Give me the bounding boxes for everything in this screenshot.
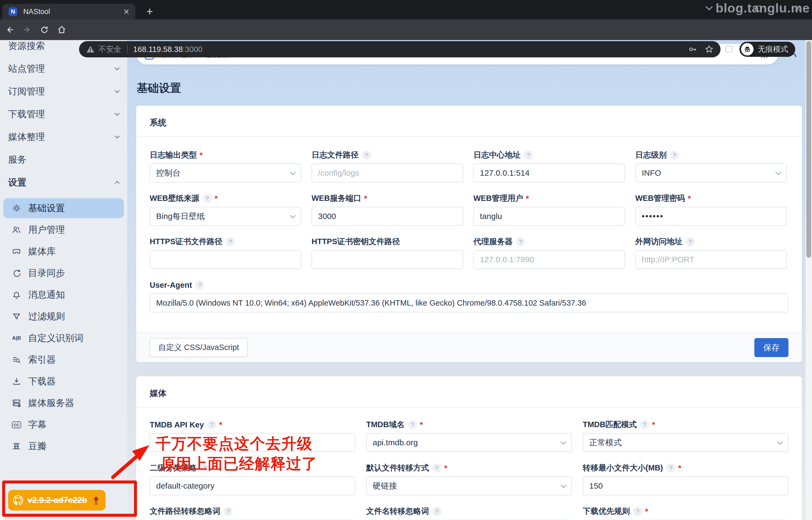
sidebar-item-media-organize[interactable]: 媒体整理 [0, 126, 127, 148]
custom-css-js-button[interactable]: 自定义 CSS/JavaScript [150, 338, 248, 357]
https-key-path-input-box[interactable] [312, 250, 463, 269]
browser-chrome: N NAStool + blog.tanglu.me [0, 0, 812, 40]
help-icon[interactable]: ? [226, 237, 235, 246]
sidebar-item-basic-settings[interactable]: 基础设置 [3, 198, 124, 218]
sidebar-item-subtitles[interactable]: CC 字幕 [3, 415, 124, 435]
help-icon[interactable]: ? [633, 507, 642, 516]
tab-panel-icon[interactable] [725, 46, 732, 53]
sidebar-item-subscription-management[interactable]: 订阅管理 [0, 80, 127, 103]
help-icon[interactable]: ? [362, 151, 371, 160]
chevron-down-icon [777, 439, 783, 444]
page-scrollbar[interactable] [806, 40, 812, 520]
sidebar-item-notifications[interactable]: 消息通知 [3, 285, 124, 305]
web-admin-user-input-box[interactable] [473, 207, 625, 226]
help-icon[interactable]: ? [524, 151, 533, 160]
wallpaper-source-select[interactable]: Bing每日壁纸 [150, 207, 301, 226]
save-button[interactable]: 保存 [754, 338, 788, 357]
help-icon[interactable]: ? [670, 151, 679, 160]
divider [136, 136, 802, 137]
web-admin-user-input[interactable] [480, 212, 619, 221]
password-key-icon[interactable] [688, 45, 697, 54]
sidebar-item-services[interactable]: 服务 [0, 148, 127, 171]
reload-button[interactable] [37, 22, 52, 37]
sidebar-item-directory-sync[interactable]: 目录同步 [3, 263, 124, 283]
web-admin-password-input-box[interactable] [635, 207, 787, 226]
sidebar-item-settings[interactable]: 设置 [0, 171, 127, 194]
help-icon[interactable]: ? [224, 507, 233, 516]
chevron-down-icon [114, 88, 121, 95]
external-address-input[interactable] [642, 255, 780, 264]
user-agent-input[interactable] [156, 298, 782, 308]
forward-button[interactable] [20, 22, 35, 37]
log-file-path-input-box[interactable] [312, 163, 463, 182]
home-button[interactable] [54, 22, 69, 37]
sidebar-item-filter-rules[interactable]: 过滤规则 [3, 306, 124, 327]
https-cert-path-input-box[interactable] [150, 250, 301, 269]
chevron-down-icon [290, 169, 295, 175]
field-proxy-server: 代理服务器? [473, 236, 625, 248]
log-level-select[interactable]: INFO [635, 163, 787, 182]
field-log-center-address: 日志中心地址? [473, 150, 625, 161]
field-tmdb-api-key: TMDB API Key?* [150, 419, 356, 431]
sidebar-item-indexer[interactable]: 索引器 [3, 350, 124, 370]
help-icon[interactable]: ? [432, 507, 442, 516]
help-icon[interactable]: ? [516, 237, 525, 246]
log-output-type-select[interactable]: 控制台 [150, 163, 301, 182]
field-user-agent: User-Agent? [150, 279, 788, 291]
sidebar-item-user-management[interactable]: 用户管理 [3, 220, 124, 240]
scrollbar-thumb[interactable] [806, 41, 811, 258]
help-icon[interactable]: ? [203, 194, 212, 203]
external-address-input-box[interactable] [635, 250, 787, 269]
proxy-server-input[interactable] [480, 255, 619, 264]
help-icon[interactable]: ? [686, 237, 695, 246]
secondary-category-input[interactable] [156, 481, 349, 491]
help-icon[interactable]: ? [195, 281, 204, 290]
sidebar-item-custom-words[interactable]: A|B 自定义识别词 [3, 328, 124, 348]
web-port-input[interactable] [318, 212, 456, 221]
address-bar[interactable]: 不安全 168.119.58.38 :3000 [79, 41, 721, 57]
min-transfer-size-input[interactable] [589, 481, 782, 491]
field-https-key-path: HTTPS证书密钥文件路径 [312, 236, 463, 248]
help-icon[interactable]: ? [207, 420, 216, 429]
web-port-input-box[interactable] [312, 207, 463, 226]
field-log-level: 日志级别? INFO [635, 150, 787, 161]
new-tab-button[interactable]: + [142, 4, 157, 19]
app-area: 资源搜索 站点管理 订阅管理 下载管理 媒体整理 服务 设置 基础设置 用户管理 [0, 40, 812, 520]
default-transfer-mode-select[interactable]: 硬链接 [366, 476, 572, 495]
help-icon[interactable]: ? [640, 420, 649, 429]
min-transfer-size-input-box[interactable] [583, 476, 788, 495]
https-cert-path-input[interactable] [156, 255, 295, 264]
security-label[interactable]: 不安全 [99, 44, 121, 54]
sidebar-item-download-management[interactable]: 下载管理 [0, 103, 127, 126]
address-divider [127, 45, 128, 54]
help-icon[interactable]: ? [666, 463, 675, 473]
log-center-address-input[interactable] [480, 168, 619, 178]
help-icon[interactable]: ? [432, 463, 442, 473]
user-agent-input-box[interactable] [150, 293, 788, 312]
tab-close-icon[interactable] [122, 7, 130, 16]
https-key-path-input[interactable] [318, 255, 456, 264]
back-button[interactable] [2, 22, 17, 37]
help-icon[interactable]: ? [408, 420, 417, 429]
system-card-footer: 自定义 CSS/JavaScript 保存 [136, 332, 802, 362]
log-file-path-input[interactable] [318, 168, 456, 178]
tmdb-domain-select[interactable]: api.tmdb.org [366, 433, 572, 452]
proxy-server-input-box[interactable] [473, 250, 625, 269]
sidebar-item-douban[interactable]: 豆 豆瓣 [3, 436, 124, 457]
browser-menu-icon[interactable] [802, 45, 808, 53]
sidebar-item-downloader[interactable]: 下载器 [3, 371, 124, 391]
secondary-category-input-box[interactable] [150, 476, 356, 495]
sidebar-item-site-management[interactable]: 站点管理 [0, 57, 127, 80]
media-card-title: 媒体 [150, 388, 166, 399]
bookmark-star-icon[interactable] [704, 44, 714, 54]
field-path-ignore-words: 文件路径转移忽略词? [150, 506, 356, 517]
sidebar-item-media-library[interactable]: 媒体库 [3, 241, 124, 261]
cc-subtitles-icon: CC [12, 420, 21, 429]
tmdb-match-mode-select[interactable]: 正常模式 [583, 433, 788, 452]
chevron-down-icon [560, 439, 566, 444]
browser-tab-nastool[interactable]: N NAStool [2, 4, 135, 20]
log-center-address-input-box[interactable] [473, 163, 625, 182]
not-secure-warning-icon [86, 45, 95, 54]
web-admin-password-input[interactable] [642, 212, 780, 221]
sidebar-item-media-server[interactable]: 媒体服务器 [3, 393, 124, 413]
